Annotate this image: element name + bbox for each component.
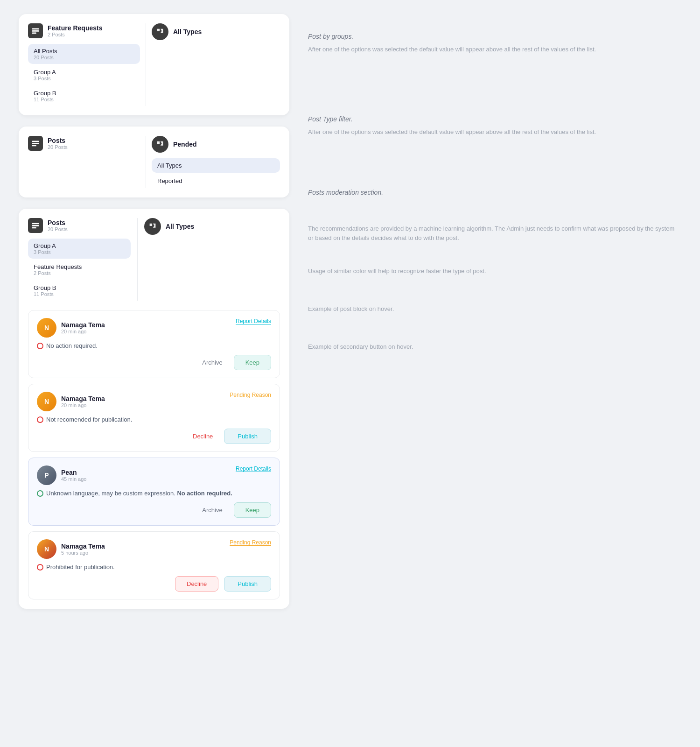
svg-rect-6 (32, 223, 39, 225)
mod-groups-left: Posts 20 Posts Group A 3 Posts Feature R… (28, 218, 131, 301)
status-dot-3 (37, 490, 43, 497)
mod-group-item-groupb[interactable]: Group B 11 Posts (28, 281, 131, 301)
mod-posts-icon (28, 218, 43, 233)
status-dot-2 (37, 416, 43, 423)
annotation-title-1: Post by groups. (308, 33, 681, 40)
group-item-count: 11 Posts (34, 97, 134, 102)
type-header: All Types (152, 23, 280, 40)
report-details-link-1[interactable]: Report Details (236, 318, 271, 324)
annotations-column: Post by groups. After one of the options… (308, 14, 681, 609)
mod-group-count: 3 Posts (34, 249, 125, 255)
post-block-1: N Namaga Tema 20 min ago Report Details … (28, 310, 280, 378)
keep-button-2[interactable]: Keep (234, 502, 271, 518)
type-label-pended: Pended (173, 141, 197, 148)
group-item-count: 20 Posts (34, 55, 134, 60)
filter-divider (146, 23, 146, 106)
group-item-name: Group A (34, 69, 134, 76)
post-block-4: N Namaga Tema 5 hours ago Pending Reason… (28, 531, 280, 599)
user-name-3: Pean (61, 469, 86, 476)
archive-button-2[interactable]: Archive (196, 503, 228, 517)
annotation-5: Usage of similar color will help to reco… (308, 267, 681, 276)
mod-group-count: 11 Posts (34, 291, 125, 297)
annotation-title-3: Posts moderation section. (308, 189, 681, 196)
group-item-allposts[interactable]: All Posts 20 Posts (28, 44, 140, 64)
annotation-3: Posts moderation section. (308, 189, 681, 196)
moderation-card: Posts 20 Posts Group A 3 Posts Feature R… (19, 209, 289, 609)
annotation-1: Post by groups. After one of the options… (308, 33, 681, 55)
user-name-2: Namaga Tema (61, 395, 105, 402)
group-item-groupa[interactable]: Group A 3 Posts (28, 65, 140, 85)
group-header-title: Feature Requests (48, 24, 102, 32)
post-user-1: N Namaga Tema 20 min ago (37, 318, 105, 338)
avatar-2: N (37, 392, 56, 411)
post-status-4: Prohibited for publication. (37, 564, 271, 571)
mod-divider (137, 218, 138, 301)
svg-rect-5 (32, 145, 36, 147)
post-user-3: P Pean 45 min ago (37, 465, 86, 485)
group-item-count: 3 Posts (34, 76, 134, 81)
group-items-list: All Posts 20 Posts Group A 3 Posts Group… (28, 44, 140, 106)
svg-rect-3 (32, 141, 39, 142)
status-text-1: No action required. (46, 342, 98, 349)
svg-rect-0 (32, 28, 39, 30)
post-status-1: No action required. (37, 342, 271, 349)
annotation-text-4: The recommendations are provided by a ma… (308, 224, 681, 244)
groups-icon (28, 23, 43, 38)
report-details-link-2[interactable]: Report Details (236, 465, 271, 472)
annotation-text-5: Usage of similar color will help to reco… (308, 267, 681, 276)
annotation-4: The recommendations are provided by a ma… (308, 224, 681, 244)
type-item-alltypes[interactable]: All Types (152, 158, 280, 173)
type-icon-pended (152, 136, 168, 153)
mod-top-row: Posts 20 Posts Group A 3 Posts Feature R… (28, 218, 280, 301)
annotation-text-7: Example of secondary button on hover. (308, 342, 681, 352)
decline-button-2[interactable]: Decline (175, 576, 218, 592)
groups-list: Feature Requests 2 Posts All Posts 20 Po… (28, 23, 140, 106)
svg-rect-8 (32, 227, 36, 229)
group-item-groupb[interactable]: Group B 11 Posts (28, 86, 140, 106)
pending-reason-link-2[interactable]: Pending Reason (230, 539, 271, 546)
keep-button-1[interactable]: Keep (234, 355, 271, 370)
post-actions-4: Decline Publish (37, 576, 271, 592)
status-text-3: Unknown language, may be custom expressi… (46, 490, 232, 497)
decline-button-1[interactable]: Decline (187, 429, 218, 444)
publish-button-1[interactable]: Publish (224, 429, 271, 444)
status-text-2: Not recomended for publication. (46, 416, 132, 423)
avatar-3: P (37, 465, 56, 485)
mod-group-name: Group A (34, 242, 125, 249)
annotation-text-6: Example of post block on hover. (308, 304, 681, 314)
post-header-4: N Namaga Tema 5 hours ago Pending Reason (37, 539, 271, 559)
status-dot-1 (37, 343, 43, 349)
annotation-title-2: Post Type filter. (308, 115, 681, 123)
post-header-2: N Namaga Tema 20 min ago Pending Reason (37, 392, 271, 411)
mod-title: Posts (48, 219, 68, 226)
annotation-7: Example of secondary button on hover. (308, 342, 681, 352)
mod-type-icon (144, 218, 161, 235)
posts-icon (28, 136, 43, 151)
annotation-6: Example of post block on hover. (308, 304, 681, 314)
post-status-2: Not recomended for publication. (37, 416, 271, 423)
publish-button-2[interactable]: Publish (224, 576, 271, 592)
post-status-3: Unknown language, may be custom expressi… (37, 490, 271, 497)
post-header-1: N Namaga Tema 20 min ago Report Details (37, 318, 271, 338)
type-item-reported[interactable]: Reported (152, 174, 280, 188)
annotation-text-1: After one of the options was selected th… (308, 45, 681, 55)
user-time-2: 20 min ago (61, 402, 105, 408)
user-name-4: Namaga Tema (61, 543, 105, 550)
mod-group-item-groupa[interactable]: Group A 3 Posts (28, 239, 131, 259)
annotation-text-2: After one of the options was selected th… (308, 127, 681, 137)
filter-divider-2 (146, 136, 146, 188)
posts-header-subtitle: 20 Posts (48, 144, 68, 150)
avatar-1: N (37, 318, 56, 338)
post-header-3: P Pean 45 min ago Report Details (37, 465, 271, 485)
posts-header-title: Posts (48, 137, 68, 144)
mod-type-right: All Types (144, 218, 280, 240)
type-filter-pended: Pended All Types Reported (152, 136, 280, 188)
archive-button-1[interactable]: Archive (196, 355, 228, 370)
mod-group-items: Group A 3 Posts Feature Requests 2 Posts… (28, 239, 131, 301)
svg-rect-2 (32, 33, 36, 34)
mod-group-item-featurereq[interactable]: Feature Requests 2 Posts (28, 260, 131, 280)
status-dot-4 (37, 564, 43, 571)
pending-reason-link-1[interactable]: Pending Reason (230, 392, 271, 398)
post-actions-2: Decline Publish (37, 429, 271, 444)
type-icon (152, 23, 168, 40)
